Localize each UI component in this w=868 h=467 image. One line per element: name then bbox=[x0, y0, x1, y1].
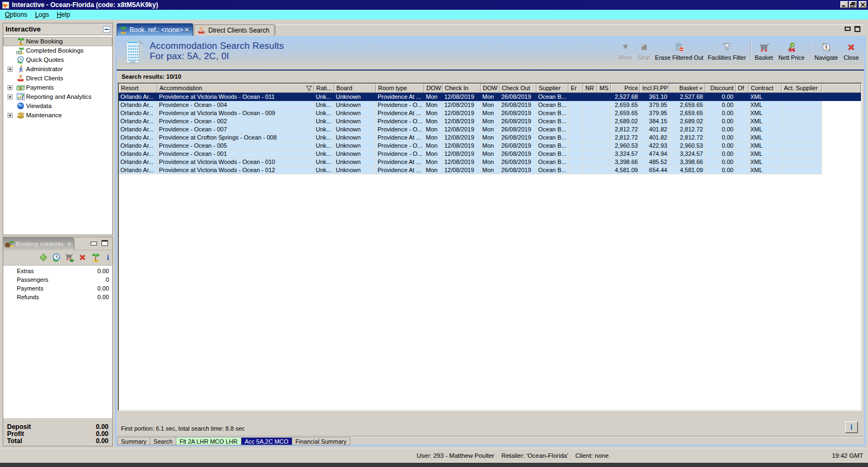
column-header-of[interactable]: Of bbox=[736, 84, 749, 93]
column-header-price[interactable]: Price bbox=[611, 84, 640, 93]
cell-of bbox=[736, 117, 749, 125]
column-header-room_type[interactable]: Room type bbox=[376, 84, 424, 93]
column-header-accommodation[interactable]: Accommodation bbox=[157, 84, 314, 93]
expand-plus-icon[interactable] bbox=[8, 67, 12, 72]
bottom-tab-flt-2a-lhr-mco-lhr[interactable]: Flt 2A LHR MCO LHR bbox=[176, 437, 241, 445]
table-row[interactable]: Orlando Ar...Providence - Ocean - 004Unk… bbox=[119, 101, 861, 109]
booking-contents-row-payments[interactable]: Payments0.00 bbox=[3, 284, 112, 293]
tab-booking-ref[interactable]: Book. ref.: <none> ✕ bbox=[117, 23, 193, 36]
cell-incl_fl_pp: 361.10 bbox=[640, 93, 669, 101]
table-row[interactable]: Orlando Ar...Providence at Victoria Wood… bbox=[119, 93, 861, 101]
expand-plus-icon[interactable] bbox=[8, 85, 12, 90]
booking-contents-tab[interactable]: Booking contents ✕ bbox=[3, 237, 74, 250]
table-row[interactable]: Orlando Ar...Providence - Ocean - 005Unk… bbox=[119, 142, 861, 150]
table-row[interactable]: Orlando Ar...Providence - Ocean - 002Unk… bbox=[119, 117, 861, 125]
refresh-clock-icon[interactable] bbox=[52, 253, 61, 262]
bottom-tab-summary[interactable]: Summary bbox=[117, 437, 150, 445]
sidebar-item-reporting-and-analytics[interactable]: Reporting and Analytics bbox=[3, 92, 112, 102]
booking-contents-row-passengers[interactable]: Passengers0 bbox=[3, 275, 112, 284]
summary-value: 0.00 bbox=[96, 423, 108, 430]
column-header-resort[interactable]: Resort bbox=[119, 84, 157, 93]
view-minimize-icon[interactable] bbox=[845, 27, 851, 31]
filter-funnel-icon[interactable] bbox=[305, 85, 312, 93]
row-label: Passengers bbox=[17, 276, 48, 283]
panel-collapse-button[interactable] bbox=[103, 26, 110, 33]
column-header-label: Resort bbox=[121, 85, 138, 91]
menubar: OptionsLogsHelp bbox=[0, 10, 868, 20]
column-header-rating[interactable]: Rati... bbox=[314, 84, 334, 93]
toolbar-close-button[interactable]: Close bbox=[819, 42, 868, 61]
cell-room_type: Providence At ... bbox=[376, 109, 424, 117]
palm-tree-icon[interactable] bbox=[91, 253, 100, 262]
booking-contents-panel: Booking contents ✕ i bbox=[3, 237, 113, 446]
interactive-panel-title: Interactive bbox=[5, 25, 41, 33]
tab-direct-clients-search[interactable]: Direct Clients Search bbox=[194, 24, 275, 36]
sidebar-item-direct-clients[interactable]: Direct Clients bbox=[3, 74, 112, 83]
cell-discount: 0.00 bbox=[705, 150, 736, 158]
cell-room_type: Providence - O... bbox=[376, 150, 424, 158]
results-table-header: ResortAccommodation Rati...BoardRoom typ… bbox=[119, 84, 861, 93]
column-header-ms[interactable]: MS bbox=[597, 84, 611, 93]
column-header-discount[interactable]: Discount bbox=[705, 84, 736, 93]
tab-close-icon[interactable]: ✕ bbox=[184, 26, 189, 34]
table-row[interactable]: Orlando Ar...Providence at Victoria Wood… bbox=[119, 166, 861, 174]
booking-contents-row-refunds[interactable]: Refunds0.00 bbox=[3, 293, 112, 301]
column-header-check_out[interactable]: Check Out bbox=[500, 84, 537, 93]
cell-dow_in: Mon bbox=[424, 150, 443, 158]
booking-contents-row-extras[interactable]: Extras0.00 bbox=[3, 267, 112, 275]
column-header-er[interactable]: Er bbox=[569, 84, 583, 93]
view-maximize-icon[interactable] bbox=[854, 26, 860, 32]
cell-dow_out: Mon bbox=[481, 109, 500, 117]
column-header-board[interactable]: Board bbox=[334, 84, 376, 93]
table-row[interactable]: Orlando Ar...Providence at Victoria Wood… bbox=[119, 158, 861, 166]
window-close-button[interactable] bbox=[859, 1, 867, 8]
cell-supplier: Ocean B... bbox=[537, 166, 569, 174]
column-header-incl_fl_pp[interactable]: Incl.Fl.PP bbox=[640, 84, 669, 93]
column-header-basket[interactable]: Basket bbox=[669, 84, 705, 93]
expand-plus-icon[interactable] bbox=[8, 94, 12, 99]
sidebar-item-payments[interactable]: $Payments bbox=[3, 83, 112, 92]
chart-icon bbox=[16, 92, 25, 101]
menu-help[interactable]: Help bbox=[53, 10, 74, 20]
table-row[interactable]: Orlando Ar...Providence - Ocean - 007Unk… bbox=[119, 125, 861, 134]
column-header-nr[interactable]: NR bbox=[583, 84, 597, 93]
cell-dow_out: Mon bbox=[481, 150, 500, 158]
sidebar-item-viewdata[interactable]: Viewdata bbox=[3, 102, 112, 111]
column-header-contract[interactable]: Contract bbox=[749, 84, 782, 93]
column-header-label: Basket bbox=[679, 85, 698, 91]
panel-minimize-icon[interactable] bbox=[91, 242, 97, 245]
delete-x-icon[interactable] bbox=[78, 253, 87, 262]
info-icon[interactable]: i bbox=[103, 253, 113, 262]
expand-plus-icon[interactable] bbox=[8, 113, 12, 118]
cell-of bbox=[736, 158, 749, 166]
cell-of bbox=[736, 101, 749, 109]
column-header-dow_out[interactable]: DOW bbox=[481, 84, 500, 93]
sidebar-item-maintenance[interactable]: Maintenance bbox=[3, 111, 112, 120]
column-header-check_in[interactable]: Check In bbox=[443, 84, 481, 93]
column-header-dow_in[interactable]: DOW bbox=[424, 84, 443, 93]
sidebar-item-administrator[interactable]: Administrator bbox=[3, 65, 112, 74]
bottom-tab-acc-5a-2c-mco[interactable]: Acc 5A,2C MCO bbox=[241, 437, 292, 445]
sidebar-item-completed-bookings[interactable]: Completed Bookings bbox=[3, 46, 112, 55]
cart-go-icon[interactable] bbox=[65, 253, 74, 262]
window-restore-button[interactable] bbox=[849, 1, 857, 8]
info-button[interactable]: i bbox=[845, 421, 858, 433]
sidebar-item-label: Maintenance bbox=[26, 112, 62, 118]
table-row[interactable]: Orlando Ar...Providence at Crofton Sprin… bbox=[119, 134, 861, 142]
panel-maximize-icon[interactable] bbox=[101, 240, 108, 246]
add-plus-icon[interactable] bbox=[39, 253, 48, 262]
menu-logs[interactable]: Logs bbox=[31, 10, 53, 20]
table-row[interactable]: Orlando Ar...Providence - Ocean - 001Unk… bbox=[119, 150, 861, 158]
booking-contents-close-icon[interactable]: ✕ bbox=[67, 241, 72, 248]
bottom-tab-financial-summary[interactable]: Financial Summary bbox=[292, 437, 350, 445]
search-timing-status: First portion: 6.1 sec, total search tim… bbox=[121, 425, 245, 432]
bottom-tab-search[interactable]: Search bbox=[150, 437, 176, 445]
row-value: 0.00 bbox=[98, 268, 109, 274]
window-minimize-button[interactable] bbox=[840, 1, 848, 8]
menu-options[interactable]: Options bbox=[1, 10, 31, 20]
sidebar-item-new-booking[interactable]: New Booking bbox=[3, 37, 112, 46]
sidebar-item-quick-quotes[interactable]: Quick Quotes bbox=[3, 55, 112, 65]
column-header-supplier[interactable]: Supplier bbox=[537, 84, 569, 93]
table-row[interactable]: Orlando Ar...Providence at Victoria Wood… bbox=[119, 109, 861, 117]
column-header-act_supplier[interactable]: Act. Supplier bbox=[782, 84, 822, 93]
